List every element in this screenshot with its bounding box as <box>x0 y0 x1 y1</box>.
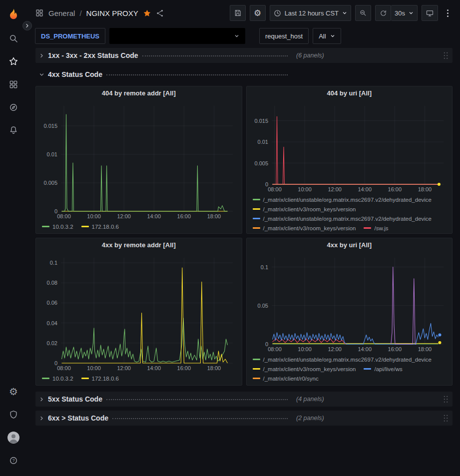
panel-chart[interactable]: 08:0010:0012:0014:0016:0018:0000.020.040… <box>38 252 240 372</box>
row-dotted-leader <box>142 55 288 56</box>
dashboard-canvas: 1xx - 3xx - 2xx Status Code (6 panels) 4… <box>27 46 460 476</box>
legend-item[interactable]: /_matrix/client/v3/room_keys/version <box>253 204 356 214</box>
svg-text:10:00: 10:00 <box>87 365 101 371</box>
breadcrumb-separator: / <box>79 9 81 17</box>
row-title: 4xx Status Code <box>48 70 102 78</box>
legend-item[interactable]: /_matrix/client/unstable/org.matrix.msc2… <box>253 355 432 364</box>
legend-series-swatch <box>253 199 260 200</box>
svg-text:0.005: 0.005 <box>254 160 268 166</box>
svg-text:18:00: 18:00 <box>207 365 221 371</box>
panel-chart[interactable]: 08:0010:0012:0014:0016:0018:0000.050.1 <box>249 252 451 353</box>
refresh-interval-select[interactable]: 30s <box>391 5 418 21</box>
timeseries-chart[interactable]: 08:0010:0012:0014:0016:0018:0000.0050.01… <box>249 100 451 193</box>
panel-legend: /_matrix/client/unstable/org.matrix.msc2… <box>249 353 451 385</box>
panel-title[interactable]: 4xx by remote addr [All] <box>38 238 240 252</box>
legend-series-swatch <box>42 226 49 227</box>
legend-series-label: /_matrix/client/v3/room_keys/version <box>263 366 356 372</box>
datasource-picker[interactable]: DS_PROMETHEUS <box>35 28 105 44</box>
legend-item[interactable]: /_matrix/client/unstable/org.matrix.msc2… <box>253 195 432 204</box>
dashboard-settings-button[interactable]: ⚙ <box>250 5 266 21</box>
svg-text:0.08: 0.08 <box>47 280 57 286</box>
legend-item[interactable]: 172.18.0.6 <box>81 222 119 231</box>
svg-text:12:00: 12:00 <box>328 186 342 192</box>
breadcrumb-folder[interactable]: General <box>48 9 75 17</box>
refresh-interval-label: 30s <box>395 9 405 17</box>
legend-item[interactable]: /_matrix/client/unstable/org.matrix.msc2… <box>253 383 432 385</box>
svg-text:0.06: 0.06 <box>47 300 57 306</box>
more-options-button[interactable] <box>442 5 453 21</box>
svg-text:0.015: 0.015 <box>254 118 268 124</box>
shield-icon <box>8 410 18 420</box>
row-6xx-status-code[interactable]: 6xx > Status Code (2 panels) <box>35 411 453 426</box>
svg-text:0.04: 0.04 <box>47 320 57 326</box>
svg-text:0.1: 0.1 <box>260 264 268 270</box>
legend-item[interactable]: /_matrix/client/v3/room_keys/version <box>253 223 356 233</box>
timeseries-chart[interactable]: 08:0010:0012:0014:0016:0018:0000.0050.01… <box>38 100 240 220</box>
legend-series-swatch <box>364 227 371 229</box>
cycle-view-mode-button[interactable] <box>422 5 438 21</box>
panel-chart[interactable]: 08:0010:0012:0014:0016:0018:0000.0050.01… <box>38 100 240 220</box>
dashboard-title[interactable]: NGINX PROXY <box>86 9 138 17</box>
sidebar-item-explore[interactable] <box>0 96 27 119</box>
panel-title[interactable]: 404 by remote addr [All] <box>38 86 240 100</box>
share-icon[interactable] <box>156 9 164 17</box>
legend-series-swatch <box>42 378 49 379</box>
datasource-label: DS_PROMETHEUS <box>41 32 99 40</box>
main-area: General / NGINX PROXY ⚙ <box>27 0 460 476</box>
row-1xx-3xx-2xx-status-code[interactable]: 1xx - 3xx - 2xx Status Code (6 panels) <box>35 48 453 63</box>
svg-text:12:00: 12:00 <box>117 365 131 371</box>
star-icon <box>8 56 18 66</box>
sidebar-item-server-admin[interactable] <box>0 403 27 426</box>
request-host-select[interactable]: All <box>313 28 341 44</box>
legend-item[interactable]: 172.18.0.6 <box>81 374 119 383</box>
row-5xx-status-code[interactable]: 5xx Status Code (4 panels) <box>35 392 453 407</box>
sidebar-item-dashboards[interactable] <box>0 73 27 96</box>
legend-item[interactable]: /_matrix/client/v3/room_keys/version <box>253 364 356 374</box>
panel-chart[interactable]: 08:0010:0012:0014:0016:0018:0000.0050.01… <box>249 100 451 193</box>
gear-icon: ⚙ <box>9 387 18 397</box>
legend-series-swatch <box>253 218 260 219</box>
panel-legend: /_matrix/client/unstable/org.matrix.msc2… <box>249 193 451 233</box>
svg-text:0.01: 0.01 <box>47 151 57 157</box>
apps-grid-icon <box>35 8 44 17</box>
legend-item[interactable]: /_matrix/client/unstable/org.matrix.msc2… <box>253 214 432 223</box>
sidebar-item-starred[interactable] <box>0 50 27 73</box>
sidebar-item-search[interactable] <box>0 27 27 50</box>
legend-item[interactable]: /_matrix/client/r0/sync <box>253 374 319 383</box>
legend-item[interactable]: 10.0.3.2 <box>42 374 73 383</box>
favorite-star-icon[interactable] <box>143 9 151 17</box>
svg-text:08:00: 08:00 <box>57 213 71 219</box>
legend-item[interactable]: 10.0.3.2 <box>42 222 73 231</box>
chevron-down-icon <box>409 10 414 15</box>
zoom-out-time-button[interactable] <box>355 5 371 21</box>
legend-item[interactable]: /sw.js <box>364 223 388 233</box>
row-drag-handle[interactable] <box>443 395 449 404</box>
time-range-picker[interactable]: Last 12 hours CST <box>270 5 351 21</box>
row-4xx-status-code[interactable]: 4xx Status Code <box>35 67 453 82</box>
legend-series-label: 172.18.0.6 <box>92 224 119 230</box>
timeseries-chart[interactable]: 08:0010:0012:0014:0016:0018:0000.050.1 <box>249 252 451 353</box>
expand-sidebar-button[interactable] <box>22 21 32 30</box>
row-drag-handle[interactable] <box>443 51 449 60</box>
breadcrumb: General / NGINX PROXY <box>35 8 164 17</box>
row-drag-handle[interactable] <box>443 414 449 423</box>
search-icon <box>8 33 18 43</box>
legend-item[interactable]: /api/live/ws <box>364 364 402 374</box>
panel-title[interactable]: 404 by uri [All] <box>249 86 451 100</box>
sidebar-item-help[interactable]: ? <box>0 449 27 472</box>
gear-icon: ⚙ <box>254 9 261 17</box>
left-sidebar: ⚙ ? <box>0 0 27 476</box>
sidebar-item-profile[interactable] <box>0 426 27 449</box>
timeseries-chart[interactable]: 08:0010:0012:0014:0016:0018:0000.020.040… <box>38 252 240 372</box>
svg-text:0.02: 0.02 <box>47 340 57 346</box>
chevron-down-icon <box>234 33 239 38</box>
save-dashboard-button[interactable] <box>230 5 246 21</box>
sidebar-item-alerting[interactable] <box>0 119 27 142</box>
refresh-dashboard-button[interactable] <box>375 5 391 21</box>
legend-series-label: /_matrix/client/unstable/org.matrix.msc2… <box>263 357 432 363</box>
datasource-value-select[interactable] <box>109 28 245 44</box>
panel-title[interactable]: 4xx by uri [All] <box>249 238 451 252</box>
sidebar-item-settings[interactable]: ⚙ <box>0 380 27 403</box>
svg-text:10:00: 10:00 <box>298 186 312 192</box>
svg-text:16:00: 16:00 <box>177 213 191 219</box>
